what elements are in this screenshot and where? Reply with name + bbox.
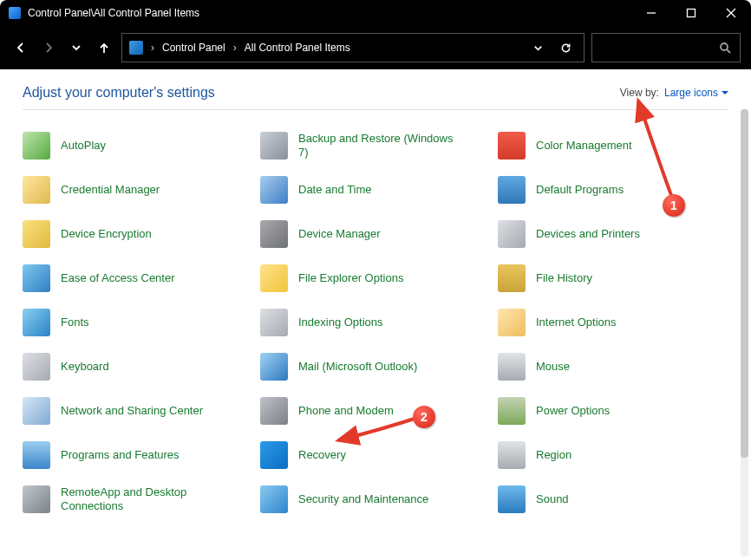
address-bar[interactable]: › Control Panel › All Control Panel Item… [121, 33, 584, 62]
cp-item-label: Color Management [536, 139, 632, 153]
cp-item-label: Power Options [536, 404, 610, 418]
window-app-icon [9, 7, 21, 19]
backup-icon [260, 132, 288, 160]
cp-item-devicemgr[interactable]: Device Manager [260, 219, 491, 249]
cp-item-fonts[interactable]: Fonts [23, 308, 253, 337]
cp-item-label: Mail (Microsoft Outlook) [298, 360, 417, 374]
region-icon [498, 441, 526, 469]
svg-marker-7 [722, 91, 728, 94]
forward-button[interactable] [38, 35, 59, 61]
accessibility-icon [23, 264, 50, 292]
cp-item-label: Internet Options [536, 316, 617, 329]
programs-icon [23, 441, 50, 469]
up-button[interactable] [94, 35, 114, 61]
cp-item-label: Security and Maintenance [298, 492, 428, 506]
location-icon [129, 41, 143, 55]
keyboard-icon [23, 353, 50, 381]
cp-item-label: Device Encryption [61, 227, 152, 241]
cp-item-color[interactable]: Color Management [498, 131, 728, 160]
navbar: › Control Panel › All Control Panel Item… [0, 26, 751, 69]
cp-item-mail[interactable]: Mail (Microsoft Outlook) [260, 352, 491, 381]
cp-item-keyboard[interactable]: Keyboard [23, 352, 253, 381]
cp-item-label: Mouse [536, 360, 570, 374]
back-button[interactable] [10, 35, 31, 61]
cp-item-security[interactable]: Security and Maintenance [260, 485, 491, 514]
color-icon [498, 132, 526, 160]
devicemgr-icon [260, 220, 288, 248]
remote-icon [23, 485, 50, 513]
cp-item-region[interactable]: Region [498, 440, 728, 470]
cp-item-label: Region [536, 448, 571, 462]
cp-item-recovery[interactable]: Recovery [260, 440, 491, 470]
cp-item-label: File Explorer Options [298, 271, 403, 285]
view-by-dropdown[interactable]: Large icons [664, 87, 728, 99]
cp-item-explorer[interactable]: File Explorer Options [260, 264, 491, 293]
printers-icon [498, 220, 526, 248]
cp-item-label: Recovery [298, 448, 346, 462]
chevron-right-icon: › [148, 42, 157, 54]
cp-item-datetime[interactable]: Date and Time [260, 175, 491, 205]
svg-line-6 [727, 49, 730, 53]
scrollbar[interactable] [741, 109, 748, 557]
cp-item-label: AutoPlay [61, 139, 106, 153]
page-title: Adjust your computer's settings [23, 85, 215, 101]
cp-item-label: Phone and Modem [298, 404, 394, 418]
cp-item-sound[interactable]: Sound [498, 485, 728, 514]
cp-item-accessibility[interactable]: Ease of Access Center [23, 264, 253, 293]
fonts-icon [23, 309, 50, 336]
chevron-down-icon [722, 89, 728, 96]
minimize-button[interactable] [631, 0, 671, 26]
address-dropdown[interactable] [526, 42, 549, 54]
recent-dropdown[interactable] [66, 35, 87, 61]
items-grid: AutoPlayBackup and Restore (Windows 7)Co… [23, 131, 728, 514]
cp-item-label: Credential Manager [61, 183, 160, 197]
window-buttons [631, 0, 751, 26]
cp-item-power[interactable]: Power Options [498, 396, 728, 426]
view-by: View by: Large icons [620, 87, 728, 99]
cp-item-mouse[interactable]: Mouse [498, 352, 728, 381]
cp-item-printers[interactable]: Devices and Printers [498, 219, 728, 249]
search-icon [719, 42, 731, 54]
scrollbar-thumb[interactable] [741, 109, 748, 458]
power-icon [498, 397, 526, 425]
cp-item-autoplay[interactable]: AutoPlay [23, 131, 253, 160]
cp-item-credential[interactable]: Credential Manager [23, 175, 253, 205]
cp-item-encryption[interactable]: Device Encryption [23, 219, 253, 249]
cp-item-label: Indexing Options [298, 316, 383, 329]
cp-item-network[interactable]: Network and Sharing Center [23, 396, 253, 426]
internet-icon [498, 309, 526, 336]
indexing-icon [260, 309, 288, 336]
content-area: Adjust your computer's settings View by:… [0, 69, 751, 560]
mouse-icon [498, 353, 526, 381]
cp-item-label: Device Manager [298, 227, 381, 241]
cp-item-label: Date and Time [298, 183, 372, 197]
cp-item-label: Network and Sharing Center [61, 404, 203, 418]
search-input[interactable] [591, 33, 741, 62]
cp-item-filehistory[interactable]: File History [498, 264, 728, 293]
breadcrumb-seg-0[interactable]: Control Panel [162, 42, 225, 54]
cp-item-label: RemoteApp and Desktop Connections [61, 485, 217, 512]
refresh-button[interactable] [554, 42, 577, 54]
maximize-button[interactable] [671, 0, 711, 26]
cp-item-internet[interactable]: Internet Options [498, 308, 728, 337]
cp-item-label: File History [536, 271, 592, 285]
window-title: Control Panel\All Control Panel Items [28, 7, 199, 19]
svg-point-5 [721, 43, 728, 50]
cp-item-defaults[interactable]: Default Programs [498, 175, 728, 205]
cp-item-backup[interactable]: Backup and Restore (Windows 7) [260, 131, 491, 160]
cp-item-phone[interactable]: Phone and Modem [260, 396, 491, 426]
cp-item-label: Default Programs [536, 183, 624, 197]
cp-item-label: Devices and Printers [536, 227, 640, 241]
recovery-icon [260, 441, 288, 469]
cp-item-remote[interactable]: RemoteApp and Desktop Connections [23, 485, 253, 514]
cp-item-programs[interactable]: Programs and Features [23, 440, 253, 470]
network-icon [23, 397, 50, 425]
cp-item-label: Backup and Restore (Windows 7) [298, 132, 454, 159]
sound-icon [498, 485, 526, 513]
close-button[interactable] [711, 0, 751, 26]
breadcrumb-seg-1[interactable]: All Control Panel Items [245, 42, 350, 54]
mail-icon [260, 353, 288, 381]
cp-item-indexing[interactable]: Indexing Options [260, 308, 491, 337]
security-icon [260, 485, 288, 513]
filehistory-icon [498, 264, 526, 292]
